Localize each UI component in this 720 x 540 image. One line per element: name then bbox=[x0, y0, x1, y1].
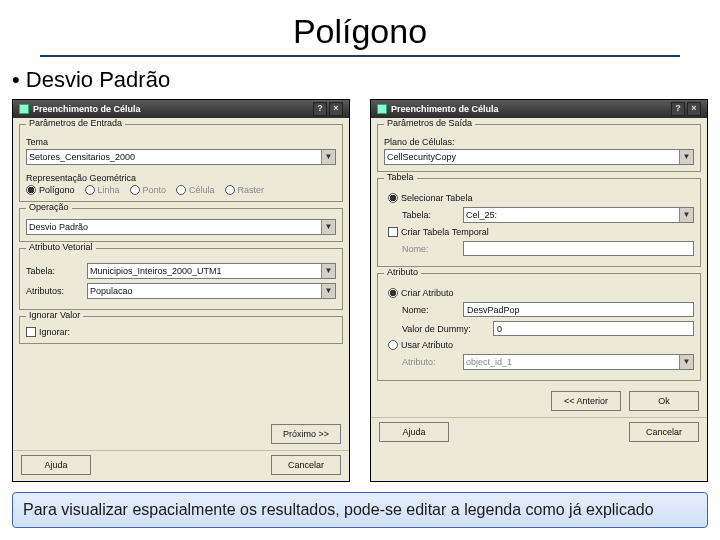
tabela-select[interactable]: Municipios_Inteiros_2000_UTM1 ▼ bbox=[87, 263, 336, 279]
check-criar-temporal[interactable]: Criar Tabela Temporal bbox=[388, 227, 694, 237]
group-atributo-label: Atributo Vetorial bbox=[26, 242, 96, 252]
radio-poligono-label: Polígono bbox=[39, 185, 75, 195]
nome-input bbox=[463, 241, 694, 256]
group-atributo-vetorial: Atributo Vetorial Tabela: Municipios_Int… bbox=[19, 248, 343, 310]
atributos-select[interactable]: Populacao ▼ bbox=[87, 283, 336, 299]
radio-celula-label: Célula bbox=[189, 185, 215, 195]
title-underline bbox=[40, 55, 680, 57]
radio-selecionar-tabela[interactable]: Selecionar Tabela bbox=[388, 193, 694, 203]
group-entrada: Parâmetros de Entrada Tema Setores_Censi… bbox=[19, 124, 343, 202]
group-tabela-label: Tabela bbox=[384, 172, 417, 182]
help-button[interactable]: ? bbox=[313, 102, 327, 116]
criar-temporal-label: Criar Tabela Temporal bbox=[401, 227, 489, 237]
group-tabela: Tabela Selecionar Tabela Tabela: Cel_25:… bbox=[377, 178, 701, 267]
titlebar-2[interactable]: Preenchimento de Célula ? × bbox=[371, 100, 707, 118]
help-button[interactable]: ? bbox=[671, 102, 685, 116]
group-saida-label: Parâmetros de Saída bbox=[384, 118, 475, 128]
plano-select[interactable]: CellSecurityCopy ▼ bbox=[384, 149, 694, 165]
group-atributo: Atributo Criar Atributo Nome: DesvPadPop… bbox=[377, 273, 701, 381]
proximo-button[interactable]: Próximo >> bbox=[271, 424, 341, 444]
radio-poligono[interactable]: Polígono bbox=[26, 185, 75, 195]
dialog-title-1: Preenchimento de Célula bbox=[33, 100, 141, 118]
footer-note: Para visualizar espacialmente os resulta… bbox=[12, 492, 708, 528]
tabela-value: Municipios_Inteiros_2000_UTM1 bbox=[90, 266, 222, 276]
group-ignorar: Ignorar Valor Ignorar: bbox=[19, 316, 343, 344]
radio-criar-atributo[interactable]: Criar Atributo bbox=[388, 288, 694, 298]
chevron-down-icon[interactable]: ▼ bbox=[679, 150, 693, 164]
dialog-fill-cell-2: Preenchimento de Célula ? × Parâmetros d… bbox=[370, 99, 708, 482]
plano-value: CellSecurityCopy bbox=[387, 152, 456, 162]
atributo-select: object_id_1 ▼ bbox=[463, 354, 694, 370]
group-atributo-label-2: Atributo bbox=[384, 267, 421, 277]
dummy-input[interactable]: 0 bbox=[493, 321, 694, 336]
tabela2-select[interactable]: Cel_25: ▼ bbox=[463, 207, 694, 223]
bullet-desvio: Desvio Padrão bbox=[0, 67, 720, 93]
atributo-label: Atributo: bbox=[402, 357, 457, 367]
usar-atributo-label: Usar Atributo bbox=[401, 340, 453, 350]
plano-label: Plano de Células: bbox=[384, 137, 694, 147]
nome-attr-input[interactable]: DesvPadPop bbox=[463, 302, 694, 317]
titlebar-1[interactable]: Preenchimento de Célula ? × bbox=[13, 100, 349, 118]
radio-raster-label: Raster bbox=[238, 185, 265, 195]
nome-attr-label: Nome: bbox=[402, 305, 457, 315]
group-ignorar-label: Ignorar Valor bbox=[26, 310, 83, 320]
radio-celula: Célula bbox=[176, 185, 215, 195]
checkbox-icon bbox=[26, 327, 36, 337]
tabela2-label: Tabela: bbox=[402, 210, 457, 220]
radio-linha: Linha bbox=[85, 185, 120, 195]
rep-label: Representação Geométrica bbox=[26, 173, 336, 183]
criar-atributo-label: Criar Atributo bbox=[401, 288, 454, 298]
seltab-label: Selecionar Tabela bbox=[401, 193, 472, 203]
atributo-value: object_id_1 bbox=[466, 357, 512, 367]
chevron-down-icon: ▼ bbox=[679, 355, 693, 369]
tabela-label: Tabela: bbox=[26, 266, 81, 276]
chevron-down-icon[interactable]: ▼ bbox=[321, 284, 335, 298]
chevron-down-icon[interactable]: ▼ bbox=[321, 150, 335, 164]
operacao-value: Desvio Padrão bbox=[29, 222, 88, 232]
close-button[interactable]: × bbox=[329, 102, 343, 116]
radio-raster: Raster bbox=[225, 185, 265, 195]
app-icon bbox=[377, 104, 387, 114]
close-button[interactable]: × bbox=[687, 102, 701, 116]
tema-select[interactable]: Setores_Censitarios_2000 ▼ bbox=[26, 149, 336, 165]
tema-value: Setores_Censitarios_2000 bbox=[29, 152, 135, 162]
group-operacao: Operação Desvio Padrão ▼ bbox=[19, 208, 343, 242]
group-saida: Parâmetros de Saída Plano de Células: Ce… bbox=[377, 124, 701, 172]
dialog-title-2: Preenchimento de Célula bbox=[391, 100, 499, 118]
app-icon bbox=[19, 104, 29, 114]
chevron-down-icon[interactable]: ▼ bbox=[321, 264, 335, 278]
chevron-down-icon[interactable]: ▼ bbox=[321, 220, 335, 234]
tabela2-value: Cel_25: bbox=[466, 210, 497, 220]
ajuda-button-2[interactable]: Ajuda bbox=[379, 422, 449, 442]
radio-linha-label: Linha bbox=[98, 185, 120, 195]
radio-usar-atributo[interactable]: Usar Atributo bbox=[388, 340, 694, 350]
nome-label: Nome: bbox=[402, 244, 457, 254]
group-operacao-label: Operação bbox=[26, 202, 72, 212]
nome-attr-value: DesvPadPop bbox=[467, 305, 520, 315]
dummy-value: 0 bbox=[497, 324, 502, 334]
radio-ponto-label: Ponto bbox=[143, 185, 167, 195]
cancelar-button-2[interactable]: Cancelar bbox=[629, 422, 699, 442]
atributos-label: Atributos: bbox=[26, 286, 81, 296]
chevron-down-icon[interactable]: ▼ bbox=[679, 208, 693, 222]
slide-title: Polígono bbox=[0, 12, 720, 51]
tema-label: Tema bbox=[26, 137, 336, 147]
operacao-select[interactable]: Desvio Padrão ▼ bbox=[26, 219, 336, 235]
cancelar-button[interactable]: Cancelar bbox=[271, 455, 341, 475]
dummy-label: Valor de Dummy: bbox=[402, 324, 487, 334]
radio-ponto: Ponto bbox=[130, 185, 167, 195]
group-entrada-label: Parâmetros de Entrada bbox=[26, 118, 125, 128]
dialog-fill-cell-1: Preenchimento de Célula ? × Parâmetros d… bbox=[12, 99, 350, 482]
check-ignorar[interactable]: Ignorar: bbox=[26, 327, 336, 337]
ignorar-label: Ignorar: bbox=[39, 327, 70, 337]
ajuda-button[interactable]: Ajuda bbox=[21, 455, 91, 475]
checkbox-icon bbox=[388, 227, 398, 237]
atributos-value: Populacao bbox=[90, 286, 133, 296]
ok-button[interactable]: Ok bbox=[629, 391, 699, 411]
anterior-button[interactable]: << Anterior bbox=[551, 391, 621, 411]
